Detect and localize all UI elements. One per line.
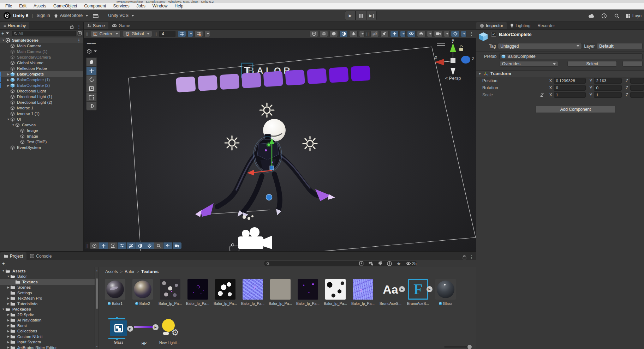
draw-mode-lit-button[interactable]	[339, 31, 348, 37]
collapse-arrow-icon[interactable]: ▶	[6, 73, 10, 76]
tab-inspector[interactable]: Inspector	[476, 22, 507, 29]
toggle-2d-button[interactable]: 2D	[370, 31, 379, 37]
menu-gameobject[interactable]: GameObject	[50, 4, 80, 8]
scale-z-field[interactable]	[630, 92, 644, 98]
project-folder-input-system[interactable]: ▶Input System	[0, 339, 95, 345]
collapse-arrow-icon[interactable]: ▶	[6, 319, 10, 322]
step-button[interactable]: ▶	[366, 11, 377, 20]
hierarchy-item-canvas[interactable]: ▼Canvas	[0, 122, 83, 128]
asset-tile-balor1-0[interactable]: Balor1	[105, 279, 125, 306]
project-folder-custom-nunit[interactable]: ▶Custom NUnit	[0, 334, 95, 339]
scrollbar-thumb[interactable]	[96, 278, 98, 309]
open-window-icon[interactable]	[359, 261, 364, 266]
tool-handle-rotation-dropdown[interactable]: Global	[123, 31, 153, 37]
menu-services[interactable]: Services	[110, 4, 132, 8]
layers-button[interactable]	[417, 31, 425, 37]
hierarchy-item-balorcomplete-2-[interactable]: ▶BalorComplete (2)	[0, 83, 83, 88]
tab-recorder[interactable]: Recorder	[534, 22, 558, 29]
hierarchy-item-main-camera-1-[interactable]: Main Camera (1)	[0, 49, 83, 54]
effects-dropdown[interactable]	[400, 31, 406, 37]
grid-visibility-button[interactable]	[195, 31, 203, 37]
position-y-field[interactable]: 2.163	[594, 78, 621, 84]
collapse-arrow-icon[interactable]: ▶	[6, 84, 10, 87]
snap-increment-button[interactable]	[178, 31, 186, 37]
tab-game[interactable]: Game	[108, 22, 134, 29]
menu-assets[interactable]: Assets	[30, 4, 49, 8]
collapse-arrow-icon[interactable]: ▶	[6, 313, 10, 316]
rect-tool-button[interactable]	[86, 93, 97, 102]
archive-button[interactable]	[92, 12, 100, 19]
project-folder-jetbrains-rider-editor[interactable]: ▶JetBrains Rider Editor	[0, 345, 95, 349]
scene-visibility-button[interactable]	[407, 31, 416, 37]
asset-tile-brunoaces--10[interactable]: Aa▶BrunoAceS...	[380, 279, 401, 306]
favorites-star-icon[interactable]: ★	[396, 261, 401, 266]
expand-arrow-icon[interactable]: ▼	[1, 269, 5, 272]
menu-help[interactable]: Help	[172, 4, 187, 8]
rotation-z-field[interactable]	[630, 85, 644, 91]
lock-icon[interactable]	[463, 255, 466, 259]
overlay-menu-handle[interactable]: ——	[87, 41, 96, 46]
expand-arrow-icon[interactable]: ▼	[1, 39, 5, 42]
hierarchy-item-text-tmp-[interactable]: Text (TMP)	[0, 139, 83, 145]
collapse-arrow-icon[interactable]: ▶	[6, 346, 10, 349]
expand-arrow-icon[interactable]: ▼	[11, 124, 15, 127]
expand-asset-icon[interactable]: ▶	[427, 286, 433, 292]
expand-arrow-icon[interactable]: ▼	[6, 275, 10, 278]
project-folder-packages[interactable]: ▼Packages	[0, 307, 95, 312]
menu-window[interactable]: Window	[149, 4, 171, 8]
add-gameobject-button[interactable]: +	[1, 31, 11, 36]
toolbar-drag-handle[interactable]: ||	[154, 32, 157, 36]
active-checkbox[interactable]: ✓	[491, 32, 496, 37]
label-icon[interactable]	[378, 261, 382, 266]
sign-in-button[interactable]: Sign in	[36, 13, 50, 18]
hand-tool-button[interactable]	[86, 58, 97, 66]
collapse-arrow-icon[interactable]: ▶	[6, 341, 10, 344]
tab-scene[interactable]: Scene	[84, 22, 108, 29]
breadcrumb-textures[interactable]: Textures	[141, 269, 159, 274]
hierarchy-item-directional-light-1-[interactable]: Directional Light (1)	[0, 94, 83, 100]
scale-y-field[interactable]: 1	[594, 92, 621, 98]
debug-draw-button[interactable]	[349, 31, 358, 37]
tag-dropdown[interactable]: Untagged	[498, 43, 582, 49]
hierarchy-item-secondarycamera[interactable]: SecondaryCamera	[0, 54, 83, 60]
project-folder-scenes[interactable]: ▶Scenes	[0, 285, 95, 290]
sliders-overlay-button[interactable]	[117, 242, 126, 249]
grid-overlay-button[interactable]	[126, 242, 136, 249]
layout-dropdown[interactable]: Layo	[626, 13, 644, 18]
hierarchy-menu-button[interactable]: ⋮	[77, 24, 81, 29]
asset-tile-balor-lp-pa--8[interactable]: Balor_lp_Pa...	[325, 279, 346, 306]
snap-increment-dropdown[interactable]	[187, 31, 193, 37]
foldout-arrow-icon[interactable]: ▼	[478, 72, 481, 76]
view-options-button[interactable]	[90, 242, 99, 249]
open-prefab-button[interactable]	[622, 61, 643, 67]
draw-mode-wire-button[interactable]	[310, 31, 318, 37]
scroll-up-arrow[interactable]: ▲	[96, 269, 98, 272]
open-window-icon[interactable]	[77, 31, 82, 36]
asset-tile-hp[interactable]: ▶HP	[134, 317, 154, 345]
hierarchy-item-ivnerse-1-1-[interactable]: ivnerse 1 (1)	[0, 111, 83, 116]
prefab-object-field[interactable]: BalorComplete	[499, 53, 643, 59]
link-broken-icon[interactable]	[539, 93, 544, 97]
hierarchy-search-input[interactable]	[18, 31, 74, 36]
asset-tile-brunoaces--11[interactable]: F▶BrunoAceS...	[408, 279, 428, 306]
toolbar-drag-handle[interactable]: ||	[366, 32, 369, 36]
collapse-arrow-icon[interactable]: ▶	[6, 297, 10, 300]
lock-icon[interactable]	[70, 24, 74, 29]
constraints-button[interactable]	[108, 242, 117, 249]
project-folder-2d-sprite[interactable]: ▶2D Sprite	[0, 312, 95, 318]
hierarchy-item-ivnerse-1[interactable]: ivnerse 1	[0, 105, 83, 111]
gizmos-dropdown[interactable]	[461, 31, 466, 37]
collapse-arrow-icon[interactable]: ▶	[6, 286, 10, 289]
camera-settings-button[interactable]	[434, 31, 442, 37]
gizmo-overlay-button[interactable]	[163, 242, 172, 249]
hierarchy-search-field[interactable]	[12, 31, 76, 36]
project-scrollbar[interactable]: ▲ ▼	[95, 267, 99, 349]
asset-tile-glass-sprite[interactable]: ▶Glass	[108, 318, 129, 344]
expand-arrow-icon[interactable]: ▼	[1, 308, 5, 311]
menu-jobs[interactable]: Jobs	[133, 4, 148, 8]
camera-settings-dropdown[interactable]	[444, 31, 449, 37]
particles-overlay-button[interactable]	[145, 242, 154, 249]
tab-lighting[interactable]: Lighting	[507, 22, 534, 29]
gizmos-button[interactable]	[451, 31, 459, 37]
hierarchy-item-main-camera[interactable]: Main Camera	[0, 43, 83, 49]
